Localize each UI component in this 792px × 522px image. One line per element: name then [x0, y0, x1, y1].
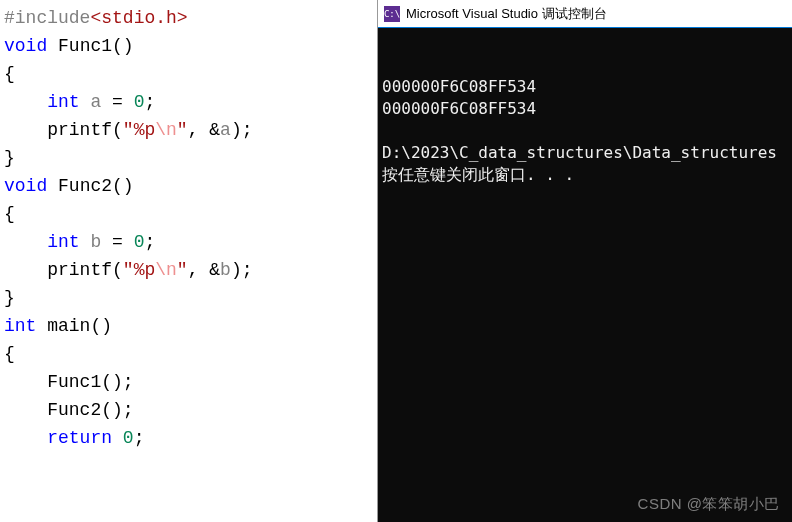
code-token: \n — [155, 120, 177, 140]
code-editor-panel: #include<stdio.h>void Func1(){ int a = 0… — [0, 0, 378, 522]
code-token: (); — [101, 400, 133, 420]
code-token: ( — [112, 120, 123, 140]
code-line: #include<stdio.h> — [0, 4, 377, 32]
code-token: Func1 — [47, 372, 101, 392]
code-token: "%p — [123, 260, 155, 280]
console-output-line: 000000F6C08FF534 — [382, 98, 788, 120]
code-token: { — [4, 64, 15, 84]
code-token: = — [101, 92, 133, 112]
code-token: int — [47, 92, 79, 112]
code-token: { — [4, 344, 15, 364]
code-token: 0 — [123, 428, 134, 448]
code-token: Func2 — [47, 400, 101, 420]
console-panel: C:\ Microsoft Visual Studio 调试控制台 000000… — [378, 0, 792, 522]
code-token: #include — [4, 8, 90, 28]
code-token: " — [177, 260, 188, 280]
code-token: ); — [231, 120, 253, 140]
code-line: printf("%p\n", &a); — [0, 116, 377, 144]
code-token: () — [112, 176, 134, 196]
code-token: Func2 — [58, 176, 112, 196]
code-token — [47, 36, 58, 56]
console-title-bar[interactable]: C:\ Microsoft Visual Studio 调试控制台 — [378, 0, 792, 28]
code-token: main — [47, 316, 90, 336]
code-token: = — [101, 232, 133, 252]
code-token: 0 — [134, 232, 145, 252]
code-token — [4, 372, 47, 392]
code-token: "%p — [123, 120, 155, 140]
code-line: { — [0, 60, 377, 88]
console-output-line: D:\2023\C_data_structures\Data_structure… — [382, 142, 788, 164]
code-line: int a = 0; — [0, 88, 377, 116]
code-token: b — [90, 232, 101, 252]
code-token — [36, 316, 47, 336]
console-output-line: 按任意键关闭此窗口. . . — [382, 164, 788, 186]
code-token: b — [220, 260, 231, 280]
console-output[interactable]: 000000F6C08FF534000000F6C08FF534 D:\2023… — [378, 28, 792, 522]
code-token: } — [4, 288, 15, 308]
code-line: int b = 0; — [0, 228, 377, 256]
code-token: (); — [101, 372, 133, 392]
code-token: ( — [112, 260, 123, 280]
code-token — [4, 120, 47, 140]
code-token — [4, 232, 47, 252]
code-token — [80, 92, 91, 112]
code-line: Func1(); — [0, 368, 377, 396]
code-token: void — [4, 36, 47, 56]
code-line: { — [0, 200, 377, 228]
code-token: printf — [47, 120, 112, 140]
console-output-line — [382, 120, 788, 142]
code-line: void Func1() — [0, 32, 377, 60]
code-token — [47, 176, 58, 196]
code-token: a — [90, 92, 101, 112]
console-title-text: Microsoft Visual Studio 调试控制台 — [406, 5, 607, 23]
code-token: () — [90, 316, 112, 336]
code-token: a — [220, 120, 231, 140]
code-line: } — [0, 144, 377, 172]
code-line: printf("%p\n", &b); — [0, 256, 377, 284]
code-token: { — [4, 204, 15, 224]
code-token: ; — [144, 232, 155, 252]
code-token: , & — [188, 120, 220, 140]
code-line: Func2(); — [0, 396, 377, 424]
code-token: void — [4, 176, 47, 196]
code-token — [4, 400, 47, 420]
code-token: printf — [47, 260, 112, 280]
code-token: ; — [134, 428, 145, 448]
code-token — [4, 260, 47, 280]
code-line: } — [0, 284, 377, 312]
code-token — [112, 428, 123, 448]
code-line: return 0; — [0, 424, 377, 452]
code-token: return — [47, 428, 112, 448]
code-line: void Func2() — [0, 172, 377, 200]
code-token: int — [47, 232, 79, 252]
code-token: " — [177, 120, 188, 140]
code-token — [4, 92, 47, 112]
code-token: <stdio.h> — [90, 8, 187, 28]
code-token — [4, 428, 47, 448]
code-token: ); — [231, 260, 253, 280]
visual-studio-icon: C:\ — [384, 6, 400, 22]
code-token: () — [112, 36, 134, 56]
code-token: \n — [155, 260, 177, 280]
code-line: int main() — [0, 312, 377, 340]
code-token: 0 — [134, 92, 145, 112]
code-token: Func1 — [58, 36, 112, 56]
console-output-line: 000000F6C08FF534 — [382, 76, 788, 98]
code-token — [80, 232, 91, 252]
code-token: } — [4, 148, 15, 168]
code-token: ; — [144, 92, 155, 112]
code-line: { — [0, 340, 377, 368]
code-token: , & — [188, 260, 220, 280]
code-token: int — [4, 316, 36, 336]
